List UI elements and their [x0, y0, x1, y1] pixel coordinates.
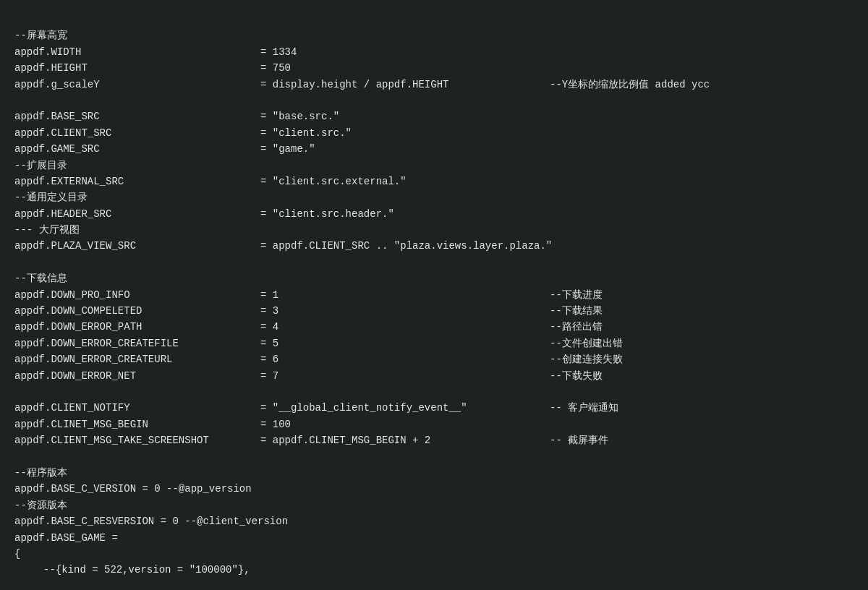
code-viewer: --屏幕高宽appdf.WIDTH= 1334appdf.HEIGHT= 750…: [14, 12, 854, 578]
assignment-line: appdf.PLAZA_VIEW_SRC= appdf.CLIENT_SRC .…: [14, 238, 854, 254]
var-name: appdf.DOWN_ERROR_CREATEURL: [14, 351, 260, 367]
var-value: = "__global_client_notify_event__": [260, 400, 550, 416]
var-name: appdf.CLIENT_MSG_TAKE_SCREENSHOT: [14, 432, 260, 448]
var-name: appdf.DOWN_ERROR_NET: [14, 368, 260, 384]
var-name: appdf.DOWN_COMPELETED: [14, 303, 260, 319]
var-value: = 6: [260, 351, 550, 367]
assignment-line: appdf.CLIENT_NOTIFY= "__global_client_no…: [14, 400, 854, 416]
var-name: appdf.DOWN_PRO_INFO: [14, 287, 260, 303]
var-name: appdf.BASE_SRC: [14, 108, 260, 124]
var-value: = appdf.CLIENT_SRC .. "plaza.views.layer…: [260, 238, 552, 254]
empty-line: [14, 255, 854, 270]
var-name: appdf.DOWN_ERROR_PATH: [14, 319, 260, 335]
assignment-line: appdf.DOWN_COMPELETED= 3--下载结果: [14, 303, 854, 319]
var-name: appdf.CLIENT_SRC: [14, 125, 260, 141]
assignment-line: appdf.GAME_SRC= "game.": [14, 141, 854, 157]
plain-line: appdf.BASE_C_RESVERSION = 0 --@client_ve…: [14, 513, 854, 529]
assignment-line: appdf.CLINET_MSG_BEGIN= 100: [14, 416, 854, 432]
var-name: appdf.CLIENT_NOTIFY: [14, 400, 260, 416]
var-value: = 100: [260, 416, 550, 432]
comment-line: --扩展目录: [14, 158, 854, 174]
comment-line: --资源版本: [14, 497, 854, 513]
var-value: = "client.src.header.": [260, 206, 550, 222]
empty-line: [14, 93, 854, 108]
var-value: = "client.src.external.": [260, 174, 550, 189]
var-comment: --下载进度: [550, 287, 603, 303]
assignment-line: appdf.CLIENT_MSG_TAKE_SCREENSHOT= appdf.…: [14, 432, 854, 448]
comment-line: --通用定义目录: [14, 189, 854, 205]
plain-line: appdf.BASE_C_VERSION = 0 --@app_version: [14, 481, 854, 497]
assignment-line: appdf.HEIGHT= 750: [14, 60, 854, 76]
var-value: = 4: [260, 319, 550, 335]
assignment-line: appdf.EXTERNAL_SRC= "client.src.external…: [14, 174, 854, 189]
var-value: = 5: [260, 335, 550, 351]
var-name: appdf.WIDTH: [14, 44, 260, 60]
assignment-line: appdf.DOWN_PRO_INFO= 1--下载进度: [14, 287, 854, 303]
empty-line: [14, 449, 854, 465]
var-name: appdf.PLAZA_VIEW_SRC: [14, 238, 260, 254]
var-comment: --下载失败: [550, 368, 603, 384]
var-value: = display.height / appdf.HEIGHT: [260, 77, 550, 93]
var-value: = "client.src.": [260, 125, 550, 141]
var-comment: --创建连接失败: [550, 351, 623, 367]
var-value: = 1334: [260, 44, 550, 60]
var-value: = 750: [260, 60, 550, 76]
var-comment: --路径出错: [550, 319, 603, 335]
var-name: appdf.GAME_SRC: [14, 141, 260, 157]
var-name: appdf.HEADER_SRC: [14, 206, 260, 222]
var-name: appdf.DOWN_ERROR_CREATEFILE: [14, 335, 260, 351]
comment-line: --程序版本: [14, 465, 854, 481]
var-value: = "base.src.": [260, 108, 550, 124]
var-comment: -- 客户端通知: [550, 400, 618, 416]
var-value: = 7: [260, 368, 550, 384]
var-value: = 1: [260, 287, 550, 303]
var-name: appdf.CLINET_MSG_BEGIN: [14, 416, 260, 432]
assignment-line: appdf.CLIENT_SRC= "client.src.": [14, 125, 854, 141]
var-name: appdf.g_scaleY: [14, 77, 260, 93]
assignment-line: appdf.DOWN_ERROR_NET= 7--下载失败: [14, 368, 854, 384]
assignment-line: appdf.WIDTH= 1334: [14, 44, 854, 60]
comment-line: --下载信息: [14, 270, 854, 286]
var-name: appdf.HEIGHT: [14, 60, 260, 76]
comment-line: --- 大厅视图: [14, 222, 854, 238]
var-comment: -- 截屏事件: [550, 432, 608, 448]
assignment-line: appdf.DOWN_ERROR_CREATEURL= 6--创建连接失败: [14, 351, 854, 367]
var-comment: --文件创建出错: [550, 335, 623, 351]
indented-line: --{kind = 522,version = "100000"},: [14, 562, 854, 578]
plain-line: {: [14, 546, 854, 562]
assignment-line: appdf.HEADER_SRC= "client.src.header.": [14, 206, 854, 222]
assignment-line: appdf.BASE_SRC= "base.src.": [14, 108, 854, 124]
var-comment: --Y坐标的缩放比例值 added ycc: [550, 77, 710, 93]
var-name: appdf.EXTERNAL_SRC: [14, 174, 260, 189]
var-comment: --下载结果: [550, 303, 603, 319]
assignment-line: appdf.DOWN_ERROR_CREATEFILE= 5--文件创建出错: [14, 335, 854, 351]
empty-line: [14, 384, 854, 400]
assignment-line: appdf.DOWN_ERROR_PATH= 4--路径出错: [14, 319, 854, 335]
var-value: = "game.": [260, 141, 550, 157]
var-value: = appdf.CLINET_MSG_BEGIN + 2: [260, 432, 550, 448]
comment-line: --屏幕高宽: [14, 27, 854, 43]
var-value: = 3: [260, 303, 550, 319]
plain-line: appdf.BASE_GAME =: [14, 530, 854, 546]
assignment-line: appdf.g_scaleY= display.height / appdf.H…: [14, 77, 854, 93]
